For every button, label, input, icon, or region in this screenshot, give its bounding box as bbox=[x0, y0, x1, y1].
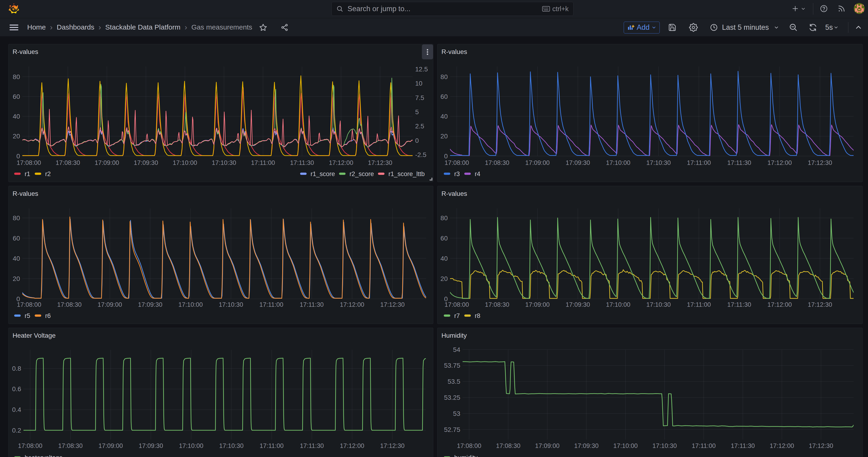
svg-text:17:10:30: 17:10:30 bbox=[646, 159, 671, 166]
svg-text:17:09:30: 17:09:30 bbox=[574, 443, 598, 449]
svg-text:80: 80 bbox=[13, 73, 20, 81]
svg-text:17:08:00: 17:08:00 bbox=[444, 159, 469, 166]
svg-text:0: 0 bbox=[16, 153, 20, 160]
svg-text:53.5: 53.5 bbox=[448, 378, 461, 385]
svg-text:r1: r1 bbox=[25, 171, 30, 178]
svg-text:17:08:00: 17:08:00 bbox=[457, 443, 481, 449]
svg-text:17:11:30: 17:11:30 bbox=[300, 301, 323, 308]
svg-text:-2.5: -2.5 bbox=[415, 151, 426, 158]
svg-text:Humidity: Humidity bbox=[441, 332, 467, 339]
svg-text:r2: r2 bbox=[45, 171, 51, 178]
svg-text:17:12:00: 17:12:00 bbox=[767, 301, 792, 308]
svg-text:r8: r8 bbox=[475, 312, 480, 319]
svg-text:17:12:30: 17:12:30 bbox=[808, 159, 832, 166]
svg-text:17:12:30: 17:12:30 bbox=[809, 443, 833, 449]
svg-text:17:11:30: 17:11:30 bbox=[727, 159, 751, 166]
svg-text:17:12:00: 17:12:00 bbox=[767, 159, 792, 166]
svg-text:17:11:00: 17:11:00 bbox=[251, 159, 275, 166]
svg-text:80: 80 bbox=[13, 214, 20, 222]
svg-text:humidity: humidity bbox=[454, 454, 478, 457]
svg-text:17:10:00: 17:10:00 bbox=[173, 159, 197, 166]
svg-text:r4: r4 bbox=[475, 171, 480, 178]
svg-text:17:09:30: 17:09:30 bbox=[565, 301, 590, 308]
svg-text:17:09:00: 17:09:00 bbox=[525, 159, 550, 166]
svg-text:17:09:30: 17:09:30 bbox=[565, 159, 590, 166]
svg-text:17:10:00: 17:10:00 bbox=[179, 443, 204, 449]
svg-text:17:11:30: 17:11:30 bbox=[727, 301, 751, 308]
svg-text:0.8: 0.8 bbox=[12, 365, 21, 372]
svg-text:17:08:30: 17:08:30 bbox=[485, 301, 509, 308]
svg-text:40: 40 bbox=[440, 113, 448, 120]
svg-text:17:10:00: 17:10:00 bbox=[606, 159, 630, 166]
svg-text:17:08:30: 17:08:30 bbox=[57, 301, 82, 308]
svg-text:52.75: 52.75 bbox=[444, 426, 460, 433]
svg-text:17:10:30: 17:10:30 bbox=[652, 443, 677, 449]
svg-text:7.5: 7.5 bbox=[415, 94, 424, 101]
svg-text:r2_score: r2_score bbox=[350, 171, 374, 178]
svg-text:R-values: R-values bbox=[12, 190, 38, 197]
svg-text:heatervoltage: heatervoltage bbox=[25, 454, 63, 457]
svg-text:R-values: R-values bbox=[441, 48, 467, 55]
svg-text:17:11:00: 17:11:00 bbox=[260, 443, 284, 449]
svg-text:17:12:00: 17:12:00 bbox=[329, 159, 353, 166]
svg-text:0: 0 bbox=[444, 153, 448, 160]
svg-text:17:10:30: 17:10:30 bbox=[219, 443, 244, 449]
svg-text:r7: r7 bbox=[454, 312, 460, 319]
svg-text:r5: r5 bbox=[25, 312, 30, 319]
svg-text:R-values: R-values bbox=[12, 48, 38, 55]
svg-text:R-values: R-values bbox=[441, 190, 467, 197]
svg-text:53: 53 bbox=[453, 410, 460, 417]
svg-text:40: 40 bbox=[13, 113, 20, 120]
svg-text:20: 20 bbox=[440, 275, 448, 282]
svg-text:17:11:30: 17:11:30 bbox=[731, 443, 755, 449]
svg-text:17:11:00: 17:11:00 bbox=[687, 301, 711, 308]
svg-text:17:10:30: 17:10:30 bbox=[646, 301, 671, 308]
svg-text:17:12:00: 17:12:00 bbox=[340, 443, 364, 449]
svg-text:17:08:00: 17:08:00 bbox=[444, 301, 469, 308]
svg-text:17:11:00: 17:11:00 bbox=[687, 159, 711, 166]
svg-text:0.2: 0.2 bbox=[12, 427, 21, 434]
svg-text:60: 60 bbox=[13, 235, 20, 242]
svg-text:17:10:30: 17:10:30 bbox=[219, 301, 243, 308]
svg-text:20: 20 bbox=[13, 275, 20, 282]
svg-text:17:11:30: 17:11:30 bbox=[300, 443, 324, 449]
svg-text:17:12:30: 17:12:30 bbox=[808, 301, 832, 308]
svg-text:17:10:00: 17:10:00 bbox=[178, 301, 203, 308]
svg-text:17:12:30: 17:12:30 bbox=[368, 159, 393, 166]
svg-text:17:08:30: 17:08:30 bbox=[496, 443, 521, 449]
svg-text:Heater Voltage: Heater Voltage bbox=[12, 332, 56, 339]
svg-text:60: 60 bbox=[13, 93, 20, 100]
svg-text:r3: r3 bbox=[454, 171, 460, 178]
svg-text:17:10:00: 17:10:00 bbox=[613, 443, 638, 449]
svg-text:80: 80 bbox=[440, 73, 448, 81]
svg-text:17:10:00: 17:10:00 bbox=[606, 301, 630, 308]
svg-text:0.6: 0.6 bbox=[12, 385, 21, 393]
svg-text:17:09:30: 17:09:30 bbox=[134, 159, 158, 166]
svg-text:17:11:00: 17:11:00 bbox=[692, 443, 716, 449]
svg-text:0: 0 bbox=[415, 137, 419, 144]
svg-text:17:12:00: 17:12:00 bbox=[340, 301, 364, 308]
svg-text:60: 60 bbox=[440, 235, 448, 242]
svg-text:0.4: 0.4 bbox=[12, 406, 21, 413]
svg-text:17:08:30: 17:08:30 bbox=[58, 443, 83, 449]
svg-text:17:12:30: 17:12:30 bbox=[380, 443, 404, 449]
svg-text:17:09:00: 17:09:00 bbox=[535, 443, 560, 449]
svg-text:17:09:30: 17:09:30 bbox=[138, 301, 162, 308]
svg-text:12.5: 12.5 bbox=[415, 66, 428, 73]
svg-text:17:09:00: 17:09:00 bbox=[98, 301, 122, 308]
svg-text:17:11:00: 17:11:00 bbox=[259, 301, 283, 308]
svg-text:53.75: 53.75 bbox=[444, 362, 460, 369]
svg-text:60: 60 bbox=[440, 93, 448, 100]
svg-text:r1_score: r1_score bbox=[311, 171, 335, 178]
svg-text:17:08:00: 17:08:00 bbox=[17, 159, 41, 166]
svg-text:20: 20 bbox=[13, 132, 20, 140]
svg-text:17:08:30: 17:08:30 bbox=[485, 159, 509, 166]
svg-text:17:09:00: 17:09:00 bbox=[95, 159, 119, 166]
svg-text:40: 40 bbox=[13, 255, 20, 262]
svg-text:17:09:00: 17:09:00 bbox=[525, 301, 550, 308]
svg-text:5: 5 bbox=[415, 109, 419, 116]
svg-text:17:10:30: 17:10:30 bbox=[212, 159, 236, 166]
svg-text:17:08:00: 17:08:00 bbox=[18, 443, 42, 449]
svg-text:40: 40 bbox=[440, 255, 448, 262]
svg-text:17:12:00: 17:12:00 bbox=[770, 443, 794, 449]
